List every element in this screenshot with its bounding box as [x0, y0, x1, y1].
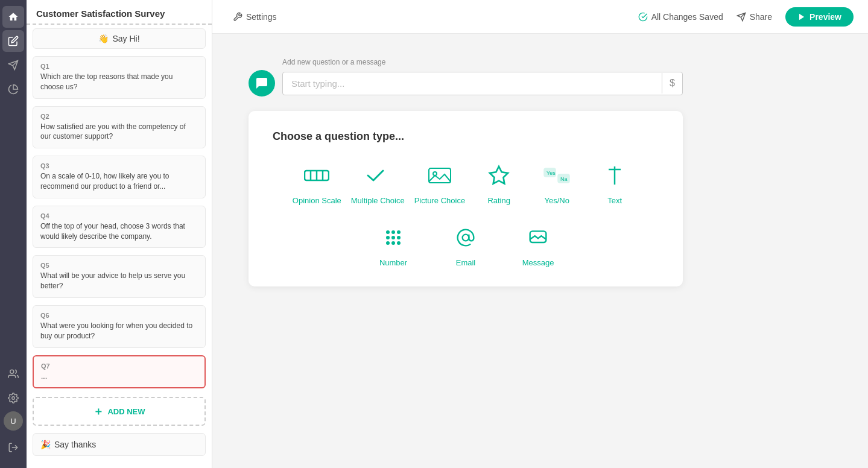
question-input-wrapper[interactable]: $ [282, 72, 683, 95]
question-types-row1: Opinion Scale Multiple Choice [273, 160, 659, 205]
svg-point-23 [397, 230, 401, 234]
q4-label: Q4 [40, 212, 198, 220]
saved-label: All Changes Saved [651, 12, 723, 22]
sidebar-thanks[interactable]: 🎉 Say thanks [33, 433, 206, 456]
sidebar-question-q1[interactable]: Q1 Which are the top reasons that made y… [33, 56, 206, 99]
q4-text: Off the top of your head, choose 3 words… [40, 221, 198, 242]
nav-bar: U [0, 0, 27, 468]
text-label: Text [607, 196, 622, 205]
send-icon[interactable] [2, 54, 24, 76]
number-label: Number [379, 258, 407, 267]
svg-point-28 [391, 241, 395, 245]
chart-icon[interactable] [2, 78, 24, 100]
message-label: Message [522, 258, 554, 267]
rating-icon [483, 160, 515, 191]
svg-point-21 [386, 230, 390, 234]
preview-button[interactable]: Preview [785, 7, 854, 27]
q5-text: What will be your advice to help us serv… [40, 271, 198, 291]
email-label: Email [456, 258, 476, 267]
svg-point-3 [12, 397, 15, 400]
question-input-section: $ [249, 70, 683, 96]
type-rating[interactable]: Rating [475, 160, 523, 205]
avatar[interactable]: U [4, 411, 23, 431]
dollar-button[interactable]: $ [662, 73, 682, 93]
q2-text: How satisfied are you with the competenc… [40, 122, 198, 142]
svg-rect-12 [429, 168, 451, 183]
svg-text:Na: Na [560, 176, 568, 182]
question-input[interactable] [283, 72, 662, 95]
choose-type-title: Choose a question type... [273, 130, 659, 143]
q3-text: On a scale of 0-10, how likely are you t… [40, 171, 198, 192]
sidebar-title: Customer Satisfaction Survey [27, 0, 212, 25]
svg-point-25 [391, 236, 395, 239]
question-types-row2: Number Email [273, 222, 659, 267]
q1-label: Q1 [40, 63, 198, 70]
svg-point-30 [463, 235, 469, 241]
edit-icon[interactable] [2, 30, 24, 52]
type-multiple-choice[interactable]: Multiple Choice [351, 160, 405, 205]
svg-point-26 [397, 236, 401, 239]
q3-label: Q3 [40, 162, 198, 169]
input-hint: Add new question or a message [282, 58, 683, 66]
q7-label: Q7 [41, 362, 197, 370]
type-message[interactable]: Message [514, 222, 562, 267]
type-text[interactable]: Text [591, 160, 639, 205]
opinion-scale-icon [301, 160, 332, 191]
multiple-choice-label: Multiple Choice [351, 196, 405, 205]
svg-text:Yes: Yes [546, 170, 556, 176]
thanks-emoji: 🎉 [40, 440, 51, 449]
picture-choice-icon [424, 160, 455, 191]
sidebar-question-q7[interactable]: Q7 ... [33, 355, 206, 389]
settings-nav-icon[interactable] [2, 387, 24, 409]
multiple-choice-icon [362, 160, 393, 191]
settings-label: Settings [246, 12, 277, 22]
type-number[interactable]: Number [369, 222, 417, 267]
type-picture-choice[interactable]: Picture Choice [414, 160, 466, 205]
play-icon [797, 13, 806, 21]
yes-no-icon: Yes Na [541, 160, 572, 191]
settings-button[interactable]: Settings [227, 8, 283, 25]
content-area: Add new question or a message $ Choose a… [212, 34, 868, 468]
svg-marker-7 [799, 13, 804, 20]
greeting-emoji: 👋 [98, 34, 109, 43]
sidebar: Customer Satisfaction Survey 👋 Say Hi! Q… [27, 0, 212, 468]
svg-point-22 [391, 230, 395, 234]
type-email[interactable]: Email [442, 222, 490, 267]
svg-point-24 [386, 236, 390, 239]
add-new-button[interactable]: ＋ ADD NEW [33, 397, 206, 426]
q5-label: Q5 [40, 262, 198, 269]
add-new-plus-icon: ＋ [93, 404, 104, 419]
sidebar-question-q3[interactable]: Q3 On a scale of 0-10, how likely are yo… [33, 156, 206, 198]
sidebar-question-q4[interactable]: Q4 Off the top of your head, choose 3 wo… [33, 206, 206, 248]
share-button[interactable]: Share [730, 8, 778, 25]
question-avatar [249, 70, 275, 96]
topbar: Settings All Changes Saved Share Preview [212, 0, 868, 34]
yes-no-label: Yes/No [544, 196, 569, 205]
saved-indicator: All Changes Saved [638, 12, 723, 22]
message-icon [522, 222, 554, 253]
svg-point-2 [10, 370, 14, 373]
home-icon[interactable] [2, 6, 24, 28]
rating-label: Rating [487, 196, 510, 205]
people-icon[interactable] [2, 363, 24, 385]
sidebar-question-q2[interactable]: Q2 How satisfied are you with the compet… [33, 106, 206, 149]
q2-label: Q2 [40, 113, 198, 120]
q1-text: Which are the top reasons that made you … [40, 72, 198, 92]
type-opinion-scale[interactable]: Opinion Scale [293, 160, 341, 205]
email-icon [450, 222, 481, 253]
svg-point-29 [397, 241, 401, 245]
sidebar-question-q6[interactable]: Q6 What were you looking for when you de… [33, 305, 206, 348]
sidebar-question-q5[interactable]: Q5 What will be your advice to help us s… [33, 255, 206, 298]
q6-text: What were you looking for when you decid… [40, 321, 198, 341]
wrench-icon [233, 12, 242, 22]
svg-marker-14 [490, 166, 508, 184]
main-panel: Settings All Changes Saved Share Preview… [212, 0, 868, 468]
type-yes-no[interactable]: Yes Na Yes/No [533, 160, 581, 205]
opinion-scale-label: Opinion Scale [293, 196, 341, 205]
logout-icon[interactable] [2, 437, 24, 458]
number-icon [378, 222, 409, 253]
share-label: Share [750, 12, 772, 22]
choose-type-card: Choose a question type... [249, 111, 683, 286]
preview-label: Preview [809, 12, 841, 22]
sidebar-greeting[interactable]: 👋 Say Hi! [33, 28, 206, 49]
